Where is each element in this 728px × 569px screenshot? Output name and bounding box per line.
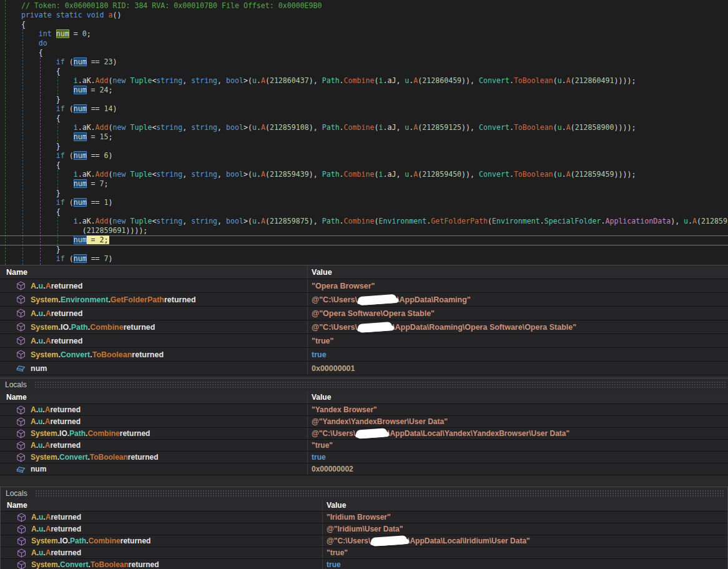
table-row[interactable]: System.IO.Path.Combine returned@"C:\User… [0, 320, 728, 334]
splitter-handle[interactable] [34, 381, 726, 389]
text-segment: ), [309, 123, 322, 132]
code-line[interactable]: { [4, 114, 727, 123]
table-row[interactable]: A.u.A returned"true" [0, 334, 728, 348]
table-row[interactable]: A.u.A returned"Iridium Browser" [1, 512, 727, 523]
code-line[interactable]: { [4, 20, 727, 29]
code-line[interactable]: num = 24; [4, 86, 727, 95]
splitter-handle[interactable] [35, 490, 725, 498]
table-header-row: NameValue [0, 265, 728, 279]
value-column-header[interactable]: Value [322, 500, 727, 511]
text-segment: a [109, 11, 113, 19]
table-row[interactable]: num0x00000001 [0, 362, 728, 375]
code-line[interactable]: i.aK.Add(new Tuple<string, string, bool>… [4, 76, 727, 86]
value-column-header[interactable]: Value [307, 391, 728, 403]
text-segment: u [558, 170, 562, 179]
text-segment: u [39, 548, 43, 557]
text-segment: 212859450 [422, 170, 461, 179]
text-segment: true [327, 560, 341, 569]
text-segment: new [113, 170, 126, 179]
table-row[interactable]: System.IO.Path.Combine returned@"C:\User… [0, 428, 728, 440]
symbol-reference-highlight: num [74, 254, 87, 263]
text-segment: ( [265, 217, 270, 225]
table-row[interactable]: System.Convert.ToBoolean returnedtrue [1, 559, 727, 569]
table-row[interactable]: System.Convert.ToBoolean returnedtrue [0, 452, 728, 463]
code-line[interactable]: i.aK.Add(new Tuple<string, string, bool>… [4, 170, 727, 179]
text-segment [52, 29, 56, 38]
code-line[interactable]: if (num == 7) [4, 254, 727, 264]
code-line[interactable]: { [4, 161, 727, 170]
text-segment: Add [96, 217, 109, 225]
code-line[interactable]: } [4, 142, 727, 151]
decompiled-code-view[interactable]: // Token: 0x06000180 RID: 384 RVA: 0x000… [0, 0, 728, 265]
table-row[interactable]: System.Environment.GetFolderPath returne… [0, 293, 728, 307]
text-segment: ), [309, 170, 322, 179]
text-segment: Combine [87, 429, 119, 438]
text-segment: . [562, 170, 566, 179]
code-line[interactable]: int num = 0; [4, 29, 727, 39]
table-row[interactable]: A.u.A returned@"Yandex\YandexBrowser\Use… [0, 416, 728, 428]
text-segment: .aJ, [383, 76, 405, 85]
text-segment: A [46, 309, 51, 318]
text-segment: string [156, 170, 182, 179]
code-line[interactable]: do [4, 39, 727, 48]
code-line[interactable]: if (num == 6) [4, 151, 727, 161]
text-segment: { [4, 161, 61, 169]
text-segment: . [562, 76, 566, 85]
value-cell: "Iridium Browser" [322, 512, 727, 523]
method-call-icon [16, 405, 31, 415]
name-column-header[interactable]: Name [1, 500, 322, 511]
code-line[interactable]: if (num == 14) [4, 104, 727, 114]
table-row[interactable]: A.u.A returned@"Iridium\User Data" [1, 523, 727, 535]
code-line[interactable]: private static void a() [4, 11, 727, 20]
code-line[interactable]: num = 15; [4, 132, 727, 142]
text-segment: bool [226, 217, 243, 225]
code-line[interactable]: if (num == 1) [4, 198, 727, 207]
panel-title-bar: Locals [0, 379, 728, 391]
text-segment: System [31, 323, 58, 332]
text-segment: bool [226, 123, 243, 132]
text-segment [4, 254, 56, 263]
code-line[interactable]: (212859691)))); [4, 226, 727, 235]
table-row[interactable]: A.u.A returned"Yandex Browser" [0, 404, 728, 416]
table-row[interactable]: System.Convert.ToBoolean returnedtrue [0, 348, 728, 362]
name-column-header[interactable]: Name [0, 391, 307, 403]
code-line[interactable]: } [4, 95, 727, 104]
code-line[interactable]: // Token: 0x06000180 RID: 384 RVA: 0x000… [4, 1, 727, 11]
text-segment: Convert [60, 560, 88, 569]
code-line[interactable]: if (num == 23) [4, 57, 727, 67]
code-line-current-statement[interactable]: num = 2; [4, 235, 727, 245]
code-line[interactable]: { [4, 67, 727, 76]
name-column-header[interactable]: Name [0, 265, 307, 279]
code-line[interactable]: } [4, 245, 727, 254]
table-row[interactable]: A.u.A returned"true" [1, 547, 727, 559]
text-segment: string [191, 217, 217, 225]
code-line[interactable]: { [4, 48, 727, 57]
text-segment: Path [71, 323, 88, 332]
table-row[interactable]: System.IO.Path.Combine returned@"C:\User… [1, 535, 727, 547]
table-row[interactable]: num0x00000002 [0, 463, 728, 475]
text-segment: A [566, 123, 571, 132]
text-segment: A [46, 525, 51, 533]
code-line[interactable]: } [4, 189, 727, 198]
code-line[interactable]: i.aK.Add(new Tuple<string, string, bool>… [4, 217, 727, 226]
table-row[interactable]: A.u.A returned@"Opera Software\Opera Sta… [0, 307, 728, 320]
value-cell: @"Opera Software\Opera Stable" [307, 307, 728, 320]
code-line[interactable]: { [4, 207, 727, 217]
table-row[interactable]: A.u.A returned"Opera Browser" [0, 279, 728, 293]
text-segment: . [340, 76, 344, 85]
name-cell: num [0, 362, 307, 375]
text-segment [4, 217, 74, 225]
text-segment: ( [109, 170, 113, 179]
text-segment: ( [488, 217, 492, 225]
text-segment: Combine [90, 323, 123, 332]
panel-gap [0, 475, 728, 487]
text-segment: new [113, 76, 126, 85]
code-line[interactable]: num = 7; [4, 179, 727, 189]
value-column-header[interactable]: Value [307, 265, 728, 279]
table-row[interactable]: A.u.A returned"true" [0, 440, 728, 452]
text-segment: returned [51, 282, 83, 290]
text-segment: , [182, 217, 191, 225]
text-segment: \AppData\Local\Yandex\YandexBrowser\User… [388, 429, 569, 438]
text-segment: 212860491 [575, 76, 614, 85]
code-line[interactable]: i.aK.Add(new Tuple<string, string, bool>… [4, 123, 727, 132]
